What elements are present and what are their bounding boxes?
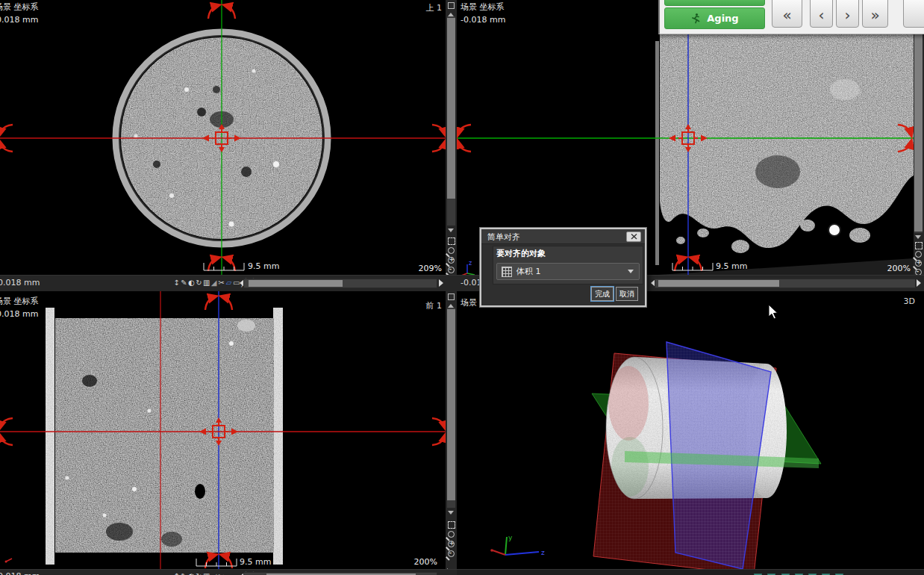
zoom-in-icon[interactable]: + (915, 260, 922, 267)
container-wall-right (274, 320, 282, 553)
slice-view-front-image (0, 291, 446, 569)
vertical-scrollbar-q3[interactable]: + - (446, 291, 457, 575)
view-name-label: 前 1 (412, 300, 442, 311)
scroll-right-icon[interactable] (439, 279, 447, 287)
magnifier-icon[interactable] (915, 251, 922, 258)
bright-inclusion (828, 224, 840, 236)
gray-ramp-icon[interactable]: ▥ (203, 571, 210, 575)
object-select-dropdown[interactable]: 体积 1 (496, 263, 640, 280)
axis-z-label: z (541, 549, 545, 556)
zoom-fit-icon[interactable] (448, 521, 455, 529)
finish-button[interactable]: 完成 (591, 287, 614, 301)
horizontal-scrollbar[interactable] (655, 279, 916, 288)
annotate-pen-icon[interactable]: ✎ (181, 277, 187, 289)
rotate-view-icon[interactable]: ↻ (196, 277, 202, 289)
object-field-label: 要对齐的对象 (496, 248, 546, 259)
cancel-button[interactable]: 取消 (616, 287, 638, 301)
toolbar-position-value[interactable]: -0.018 mm (0, 278, 40, 288)
annotate-pen-icon[interactable]: ✎ (181, 571, 187, 575)
ruler-value-label: 9.5 mm (716, 261, 747, 271)
slice-slider-icon[interactable]: ↕ (173, 571, 180, 575)
scroll-down-icon[interactable] (448, 511, 454, 518)
scrollbar-thumb[interactable] (447, 309, 455, 500)
ruler-value-label: 9.5 mm (240, 557, 271, 567)
selected-object-value: 体积 1 (516, 266, 628, 277)
bottom-toolbar-q4: ↕ ↻ ✛ (457, 569, 924, 575)
aging-button[interactable]: Aging (664, 7, 765, 29)
scroll-up-icon[interactable] (448, 301, 454, 308)
zoom-out-icon[interactable]: - (448, 267, 455, 273)
slice-slider-icon[interactable]: ↕ (173, 277, 180, 289)
contrast-icon[interactable]: ◐ (188, 571, 195, 575)
maximize-view-icon[interactable] (448, 293, 455, 300)
view-name-label: 3D (893, 296, 915, 306)
coord-system-label: 场景 坐标系 (0, 296, 39, 307)
zoom-in-icon[interactable]: + (448, 541, 455, 547)
slice-position-label: -0.018 mm (0, 15, 38, 25)
axis-y-label: y (508, 534, 513, 541)
close-icon (631, 234, 637, 240)
scrollbar-thumb[interactable] (914, 33, 923, 231)
simple-alignment-dialog: 简单对齐 要对齐的对象 体积 1 完成 取消 (480, 228, 646, 307)
first-chevrons-icon: « (782, 6, 791, 24)
gray-ramp-icon[interactable]: ▥ (203, 277, 210, 289)
next-chevron-icon: › (845, 6, 851, 24)
chevron-down-icon (628, 270, 634, 276)
last-chevrons-icon: » (870, 6, 879, 24)
nav-last-button[interactable]: » (862, 0, 888, 28)
svg-text:z: z (469, 260, 472, 267)
zoom-level-label: 200% (884, 264, 911, 273)
scrollbar-thumb[interactable] (249, 280, 343, 287)
vertical-scrollbar-q1[interactable]: + - (446, 0, 457, 290)
nav-first-button[interactable]: « (772, 0, 802, 28)
zoom-in-icon[interactable]: + (448, 257, 455, 264)
magnifier-icon[interactable] (448, 531, 455, 538)
scroll-down-icon[interactable] (915, 235, 921, 242)
coord-system-label: 场景 坐标系 (461, 2, 505, 13)
scrollbar-thumb[interactable] (658, 280, 779, 287)
scale-ruler (672, 263, 713, 270)
zoom-fit-icon[interactable] (448, 237, 455, 245)
magnifier-icon[interactable] (448, 247, 455, 254)
horizontal-scrollbar[interactable] (243, 279, 437, 288)
zoom-out-icon[interactable]: - (448, 550, 455, 557)
nav-next-button[interactable]: › (836, 0, 859, 28)
axis-gizmo (5, 559, 13, 563)
opacity-ramp-icon[interactable]: ◢ (210, 277, 217, 289)
scroll-down-icon[interactable] (448, 229, 454, 235)
maximize-view-icon[interactable] (448, 2, 455, 9)
slice-view-front[interactable]: 场景 坐标系 -0.018 mm 前 1 9.5 mm 200% (0, 291, 446, 569)
clip-scissors-icon[interactable]: ✂ (218, 277, 225, 289)
prev-chevron-icon: ‹ (819, 6, 825, 24)
view-name-label: 上 1 (412, 2, 442, 13)
nav-prev-button[interactable]: ‹ (810, 0, 833, 28)
zoom-level-label: 200% (411, 557, 437, 567)
nav-extra-button-partial[interactable] (903, 0, 924, 28)
render-view-3d[interactable]: y z 场景 坐标系 3D (457, 291, 924, 569)
render-toolbar-icons[interactable]: ↕ ↻ ✛ (703, 571, 870, 575)
horizontal-scrollbar[interactable] (243, 572, 437, 575)
container-wall-left (46, 320, 54, 553)
scrollbar-thumb[interactable] (447, 18, 455, 199)
runner-icon (690, 13, 701, 24)
volume-grid-icon (502, 267, 512, 277)
polygon-tool-icon[interactable]: ▱ (225, 571, 232, 575)
dialog-titlebar[interactable]: 简单对齐 (481, 229, 645, 244)
scroll-right-icon[interactable] (917, 279, 924, 287)
mouse-cursor (769, 305, 778, 319)
clip-scissors-icon[interactable]: ✂ (218, 571, 225, 575)
polygon-tool-icon[interactable]: ▱ (225, 277, 232, 289)
bottom-toolbar-q1: -0.018 mm ↕✎◐↻▥◢✂▱▭╱╱∿✗ (0, 275, 457, 291)
scroll-up-icon[interactable] (448, 10, 454, 16)
zoom-fit-icon[interactable] (915, 242, 923, 249)
alignment-object-group: 要对齐的对象 体积 1 (493, 246, 643, 285)
aging-related-button-partial[interactable] (664, 0, 765, 6)
toolbar-position-value[interactable]: -0.018 mm (0, 571, 40, 575)
opacity-ramp-icon[interactable]: ◢ (210, 571, 217, 575)
contrast-icon[interactable]: ◐ (188, 277, 195, 289)
slice-position-label: -0.018 mm (461, 15, 505, 25)
vertical-scrollbar-q2[interactable]: + - (914, 0, 924, 290)
close-button[interactable] (626, 231, 641, 242)
rotate-view-icon[interactable]: ↻ (196, 571, 202, 575)
slice-view-top[interactable]: 场景 坐标系 -0.018 mm 上 1 9.5 mm 209% (0, 0, 446, 275)
